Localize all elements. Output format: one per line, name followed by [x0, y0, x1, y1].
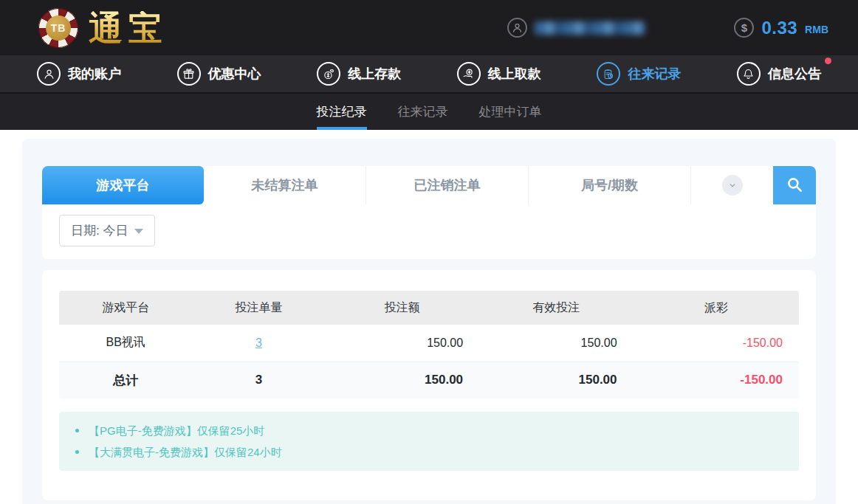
dollar-icon: $ [734, 18, 754, 38]
nav-item-deposit[interactable]: 线上存款 [315, 59, 402, 89]
sub-nav: 投注纪录 往来记录 处理中订单 [0, 94, 858, 130]
bet-summary-table: 游戏平台 投注单量 投注额 有效投注 派彩 BB视讯 3 150.00 150.… [59, 291, 799, 398]
logo-monogram: TB [46, 15, 71, 41]
main-content: 游戏平台 未结算注单 已注销注单 局号/期数 [0, 130, 858, 504]
top-header: TB 通宝 $ 0.33 RMB [0, 0, 858, 55]
nav-item-label: 优惠中心 [208, 65, 261, 83]
subtab-label: 投注纪录 [317, 103, 367, 120]
balance[interactable]: $ 0.33 RMB [734, 18, 828, 38]
nav-item-label: 往来记录 [628, 65, 681, 83]
nav-item-label: 线上取款 [488, 65, 541, 83]
col-header-bet-amount: 投注额 [326, 291, 479, 325]
header-right: $ 0.33 RMB [507, 18, 828, 38]
brand-name: 通宝 [89, 11, 168, 45]
cell-bet-count: 3 [192, 325, 325, 362]
nav-item-label: 我的账户 [68, 65, 121, 83]
table-row: BB视讯 3 150.00 150.00 -150.00 [59, 325, 799, 362]
col-header-valid-bet: 有效投注 [479, 291, 633, 325]
filter-box: 游戏平台 未结算注单 已注销注单 局号/期数 [42, 166, 816, 259]
more-tabs-button[interactable] [690, 166, 773, 204]
cell-total-label: 总计 [59, 362, 192, 398]
notice-box: 【PG电子-免费游戏】仅保留25小时 【大满贯电子-免费游戏】仅保留24小时 [59, 412, 799, 471]
records-clipboard-icon [597, 62, 620, 86]
cell-bet-amount: 150.00 [326, 325, 479, 362]
notice-text: 【大满贯电子-免费游戏】仅保留24小时 [89, 441, 282, 463]
user-icon [37, 62, 61, 86]
col-header-bet-count: 投注单量 [192, 291, 325, 325]
bullet-icon [75, 450, 79, 454]
subtab-processing-orders[interactable]: 处理中订单 [479, 94, 542, 130]
cell-total-payout: -150.00 [634, 362, 799, 398]
col-header-payout: 派彩 [634, 291, 799, 325]
tab-unsettled-bets[interactable]: 未结算注单 [204, 166, 365, 204]
tab-game-platform[interactable]: 游戏平台 [42, 166, 204, 204]
cell-total-valid: 150.00 [479, 362, 633, 398]
table-header-row: 游戏平台 投注单量 投注额 有效投注 派彩 [59, 291, 799, 325]
nav-item-announcements[interactable]: 信息公告 [735, 59, 823, 89]
search-icon [785, 175, 804, 196]
nav-item-label: 信息公告 [768, 65, 821, 83]
cell-total-count: 3 [192, 362, 325, 398]
user-icon [507, 18, 527, 38]
withdraw-hand-coin-icon [457, 62, 481, 86]
bullet-icon [75, 429, 79, 432]
user-account[interactable] [507, 18, 645, 38]
notice-text: 【PG电子-免费游戏】仅保留25小时 [89, 420, 264, 441]
date-filter-label: 日期: 今日 [71, 222, 128, 239]
tab-cancelled-bets[interactable]: 已注销注单 [365, 166, 528, 204]
table-total-row: 总计 3 150.00 150.00 -150.00 [59, 362, 799, 398]
caret-down-icon [134, 229, 143, 234]
subtab-label: 处理中订单 [479, 103, 542, 120]
col-header-platform: 游戏平台 [59, 291, 192, 325]
cell-payout: -150.00 [634, 325, 799, 362]
filter-tabs: 游戏平台 未结算注单 已注销注单 局号/期数 [42, 166, 816, 204]
username-blurred [535, 21, 645, 35]
notice-item: 【大满贯电子-免费游戏】仅保留24小时 [59, 441, 799, 463]
nav-item-my-account[interactable]: 我的账户 [35, 59, 123, 89]
notification-dot [825, 58, 831, 64]
main-nav: 我的账户 优惠中心 线上存款 线上取款 往来记录 信息公告 [0, 55, 858, 94]
deposit-coin-icon [317, 62, 340, 86]
cell-valid-bet: 150.00 [479, 325, 633, 362]
nav-item-withdraw[interactable]: 线上取款 [456, 59, 543, 89]
cell-total-bet: 150.00 [326, 362, 479, 398]
date-filter-row: 日期: 今日 [42, 204, 816, 259]
subtab-label: 往来记录 [398, 103, 448, 120]
gift-icon [177, 62, 201, 86]
nav-item-label: 线上存款 [348, 65, 401, 83]
subtab-transaction-records[interactable]: 往来记录 [398, 94, 448, 130]
balance-amount: 0.33 [761, 18, 797, 38]
balance-currency: RMB [805, 24, 828, 35]
date-filter-dropdown[interactable]: 日期: 今日 [59, 215, 155, 246]
nav-item-transaction-records[interactable]: 往来记录 [595, 59, 682, 89]
results-card: 游戏平台 投注单量 投注额 有效投注 派彩 BB视讯 3 150.00 150.… [42, 270, 816, 500]
cell-platform: BB视讯 [59, 325, 192, 362]
content-panel: 游戏平台 未结算注单 已注销注单 局号/期数 [22, 139, 836, 504]
chevron-down-icon [722, 175, 743, 196]
poker-chip-icon: TB [38, 8, 78, 48]
bet-count-link[interactable]: 3 [255, 336, 262, 349]
search-button[interactable] [773, 166, 816, 204]
notice-item: 【PG电子-免费游戏】仅保留25小时 [59, 420, 799, 441]
bell-icon [737, 62, 761, 86]
tab-round-number[interactable]: 局号/期数 [528, 166, 690, 204]
nav-item-promotions[interactable]: 优惠中心 [176, 59, 263, 89]
logo[interactable]: TB 通宝 [38, 8, 168, 48]
subtab-bet-records[interactable]: 投注纪录 [317, 94, 367, 130]
